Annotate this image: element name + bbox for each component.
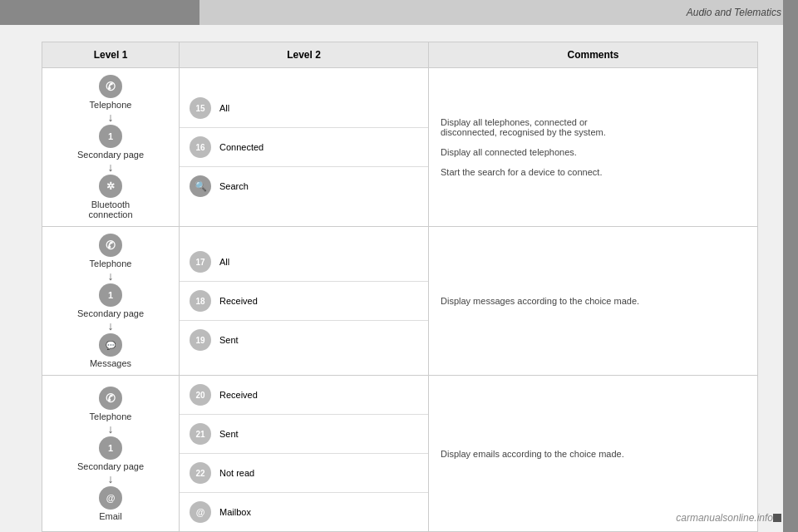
number-icon-2: 1 bbox=[99, 283, 122, 307]
level2-item: 18 Received bbox=[180, 282, 428, 321]
badge-20: 20 bbox=[190, 384, 211, 406]
telephone-icon-3: ✆ bbox=[99, 387, 122, 410]
label-all-2: All bbox=[219, 257, 229, 267]
level1-cell-email: ✆ Telephone ↓ 1 Secondary page ↓ @ Email bbox=[42, 376, 180, 532]
logo-text: carmanualsonline.info bbox=[676, 512, 773, 524]
table-row: ✆ Telephone ↓ 1 Secondary page ↓ @ Email… bbox=[42, 376, 758, 532]
level2-item: 🔍 Search bbox=[180, 167, 428, 205]
level2-item: 22 Not read bbox=[180, 454, 428, 493]
level2-cell-email: 20 Received 21 Sent 22 Not read @ Mailbo… bbox=[180, 376, 429, 532]
level1-cell-bluetooth: ✆ Telephone ↓ 1 Secondary page ↓ ✲ Bluet… bbox=[42, 68, 180, 227]
main-table: Level 1 Level 2 Comments ✆ Telephone ↓ 1… bbox=[42, 42, 758, 532]
badge-17: 17 bbox=[190, 251, 211, 273]
label-not-read: Not read bbox=[219, 468, 254, 478]
level2-item: 15 All bbox=[180, 89, 428, 128]
bluetooth-icon: ✲ bbox=[99, 175, 122, 198]
bottom-square bbox=[773, 514, 781, 522]
badge-16: 16 bbox=[190, 136, 211, 158]
label-received-1: Received bbox=[219, 296, 258, 306]
badge-15: 15 bbox=[190, 97, 211, 119]
level2-item: 16 Connected bbox=[180, 128, 428, 167]
label-telephone-1: Telephone bbox=[90, 100, 132, 110]
comments-cell-bluetooth: Display all telephones, connected ordisc… bbox=[429, 68, 758, 227]
label-mailbox: Mailbox bbox=[219, 507, 251, 517]
level2-cell-messages: 17 All 18 Received 19 Sent bbox=[180, 227, 429, 376]
comments-cell-email: Display emails according to the choice m… bbox=[429, 376, 758, 532]
telephone-icon-2: ✆ bbox=[99, 234, 122, 257]
label-telephone-3: Telephone bbox=[90, 411, 132, 421]
label-telephone-2: Telephone bbox=[90, 259, 132, 268]
number-icon-1: 1 bbox=[99, 125, 122, 148]
label-bluetooth: Bluetoothconnection bbox=[88, 200, 132, 219]
col-header-comments: Comments bbox=[429, 42, 758, 68]
badge-search: 🔍 bbox=[190, 175, 211, 197]
label-all-1: All bbox=[219, 103, 229, 113]
label-sent-2: Sent bbox=[219, 429, 239, 439]
label-secondary-3: Secondary page bbox=[77, 461, 144, 471]
label-secondary-2: Secondary page bbox=[77, 308, 144, 318]
email-icon: @ bbox=[99, 486, 122, 510]
level2-item: 20 Received bbox=[180, 376, 428, 415]
badge-at: @ bbox=[190, 501, 211, 523]
label-received-2: Received bbox=[219, 390, 258, 400]
label-messages: Messages bbox=[90, 358, 131, 368]
arrow-icon-2: ↓ bbox=[108, 161, 114, 173]
level2-item: 19 Sent bbox=[180, 321, 428, 359]
telephone-icon-1: ✆ bbox=[99, 75, 122, 98]
level1-content: ✆ Telephone ↓ 1 Secondary page ↓ ✲ Bluet… bbox=[47, 75, 175, 219]
badge-21: 21 bbox=[190, 423, 211, 445]
arrow-icon-3: ↓ bbox=[108, 270, 114, 282]
arrow-icon-4: ↓ bbox=[108, 320, 114, 332]
badge-18: 18 bbox=[190, 290, 211, 312]
level2-item: 17 All bbox=[180, 243, 428, 282]
level1-content-email: ✆ Telephone ↓ 1 Secondary page ↓ @ Email bbox=[47, 387, 175, 521]
top-bar-left bbox=[0, 0, 200, 25]
messages-icon: 💬 bbox=[99, 333, 122, 357]
label-search: Search bbox=[219, 181, 249, 191]
top-bar: Audio and Telematics bbox=[0, 0, 798, 25]
comments-cell-messages: Display messages according to the choice… bbox=[429, 227, 758, 376]
label-sent-1: Sent bbox=[219, 335, 239, 345]
arrow-icon-5: ↓ bbox=[108, 423, 114, 435]
top-bar-right: Audio and Telematics bbox=[200, 0, 798, 25]
right-sidebar bbox=[783, 0, 798, 532]
level2-item: 21 Sent bbox=[180, 415, 428, 454]
arrow-icon-1: ↓ bbox=[108, 111, 114, 123]
level2-item: @ Mailbox bbox=[180, 493, 428, 531]
label-connected: Connected bbox=[219, 142, 264, 152]
footer-logo: carmanualsonline.info bbox=[676, 512, 773, 524]
table-row: ✆ Telephone ↓ 1 Secondary page ↓ ✲ Bluet… bbox=[42, 68, 758, 227]
col-header-level1: Level 1 bbox=[42, 42, 180, 68]
main-content: Level 1 Level 2 Comments ✆ Telephone ↓ 1… bbox=[0, 25, 783, 532]
level1-content-messages: ✆ Telephone ↓ 1 Secondary page ↓ 💬 Messa… bbox=[47, 234, 175, 368]
label-secondary-1: Secondary page bbox=[77, 150, 144, 160]
table-row: ✆ Telephone ↓ 1 Secondary page ↓ 💬 Messa… bbox=[42, 227, 758, 376]
col-header-level2: Level 2 bbox=[180, 42, 429, 68]
number-icon-3: 1 bbox=[99, 436, 122, 460]
arrow-icon-6: ↓ bbox=[108, 473, 114, 485]
header-title: Audio and Telematics bbox=[687, 7, 781, 18]
level1-cell-messages: ✆ Telephone ↓ 1 Secondary page ↓ 💬 Messa… bbox=[42, 227, 180, 376]
badge-19: 19 bbox=[190, 329, 211, 351]
badge-22: 22 bbox=[190, 462, 211, 484]
label-email: Email bbox=[99, 511, 122, 521]
level2-cell-bluetooth: 15 All 16 Connected 🔍 Search bbox=[180, 68, 429, 227]
